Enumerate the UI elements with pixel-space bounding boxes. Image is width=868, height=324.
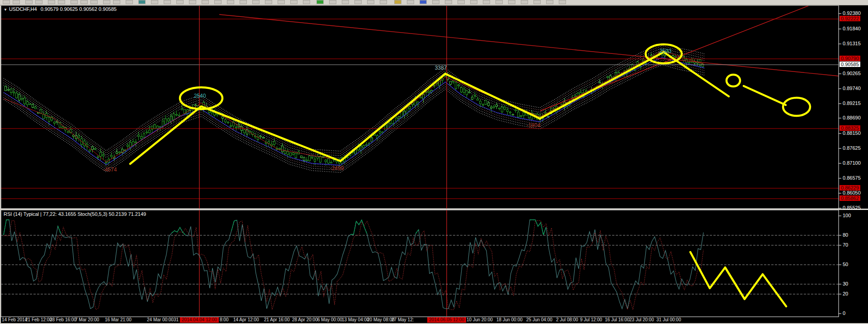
- time-axis-label: 7 Mar 20:00: [75, 317, 99, 322]
- toolbar-icon[interactable]: [3, 0, 10, 4]
- oscillator-axis-label: 20: [843, 291, 848, 296]
- toolbar-icon[interactable]: [508, 0, 515, 4]
- toolbar-icon[interactable]: [407, 0, 414, 4]
- indicator-readout: RSI (14) Typical | 77,22: 43.1655 Stoch(…: [4, 211, 146, 217]
- time-axis-label: 2 Jul 08:00: [556, 317, 578, 322]
- toolbar-icon[interactable]: [151, 0, 158, 4]
- price-axis-label: 0.86575: [843, 175, 861, 181]
- price-level-label: 0.88325: [840, 125, 860, 131]
- time-axis-label: 31 Jul 00:00: [656, 317, 681, 322]
- toolbar-icon[interactable]: [329, 0, 336, 4]
- toolbar-icon[interactable]: [189, 0, 196, 4]
- price-axis-label: 0.88150: [843, 130, 861, 136]
- toolbar-icon[interactable]: [126, 0, 133, 4]
- toolbar-icon[interactable]: [394, 0, 401, 4]
- toolbar-icon[interactable]: [240, 0, 247, 4]
- chart-canvas[interactable]: 254033872503-4574-2499-1804: [0, 0, 868, 324]
- price-axis-label: 0.89215: [843, 100, 861, 106]
- time-axis-label: 18 Jun 00:00: [496, 317, 523, 322]
- toolbar-icon[interactable]: [48, 0, 55, 4]
- toolbar-icon[interactable]: [316, 0, 324, 4]
- oscillator-axis-label: 100: [843, 213, 851, 218]
- oscillator-axis-label: 80: [843, 232, 848, 238]
- toolbar-icon[interactable]: [138, 0, 146, 4]
- toolbar-icon[interactable]: [278, 0, 285, 4]
- price-axis-label: 0.92380: [843, 10, 861, 16]
- price-axis-label: 0.90265: [843, 71, 861, 76]
- price-axis-label: 0.86050: [843, 190, 861, 195]
- toolbar-icon[interactable]: [303, 0, 310, 4]
- swing-value-label: -4574: [103, 167, 117, 173]
- time-axis-label: 6 May 00:00: [317, 317, 342, 322]
- chevron-down-icon[interactable]: ▼: [4, 8, 7, 12]
- toolbar-icon[interactable]: [420, 0, 427, 4]
- price-level-label: 0.92222: [840, 16, 860, 21]
- time-axis-label: 21 Apr 16:00: [264, 317, 290, 322]
- time-axis-label: 9 Jul 12:00: [580, 317, 602, 322]
- toolbar-icon[interactable]: [458, 0, 465, 4]
- toolbar-icon[interactable]: [380, 0, 387, 4]
- toolbar-icon[interactable]: [71, 0, 78, 4]
- time-axis-label: 31: [174, 317, 179, 322]
- time-axis-label: 21 Feb 12:00: [25, 317, 52, 322]
- symbol-timeframe-label: USDCHF,H4: [9, 6, 37, 12]
- price-axis-label: 0.87625: [843, 145, 861, 151]
- toolbar-icon[interactable]: [80, 0, 88, 4]
- toolbar-icon[interactable]: [164, 0, 171, 4]
- oscillator-axis-label: 70: [843, 242, 848, 248]
- toolbar-icon[interactable]: [521, 0, 528, 4]
- toolbar-icon[interactable]: [290, 0, 297, 4]
- time-axis-label: 28 Feb 16:00: [50, 317, 76, 322]
- toolbar-icon[interactable]: [265, 0, 272, 4]
- time-axis-label: 14 Feb 2014: [2, 317, 27, 322]
- toolbar-icon[interactable]: [483, 0, 490, 4]
- toolbar-icon[interactable]: [367, 0, 374, 4]
- toolbar-icon[interactable]: [25, 0, 33, 4]
- price-axis-label: 0.91315: [843, 41, 861, 46]
- toolbar-icon[interactable]: [113, 0, 120, 4]
- price-axis-label: 0.87100: [843, 160, 861, 166]
- toolbar-icon[interactable]: [35, 0, 42, 4]
- time-axis-label: 20 May 08:00: [367, 317, 395, 322]
- toolbar-icon[interactable]: [90, 0, 98, 4]
- toolbar-icon[interactable]: [470, 0, 477, 4]
- oscillator-axis-label: 0: [843, 310, 845, 316]
- toolbar-icon[interactable]: [342, 0, 349, 4]
- current-price-label: 0.90585: [840, 62, 860, 67]
- toolbar-icon[interactable]: [202, 0, 209, 4]
- time-axis-label: 23 Jul 20:00: [629, 317, 654, 322]
- price-axis-label: 0.89740: [843, 86, 861, 91]
- toolbar[interactable]: [0, 0, 868, 5]
- price-level-label: 0.90790: [840, 56, 860, 61]
- toolbar-icon[interactable]: [13, 0, 20, 4]
- time-axis-label: 13 May 04:00: [342, 317, 369, 322]
- price-axis-label: 0.91840: [843, 26, 861, 31]
- price-level-label: 0.86229: [840, 185, 860, 191]
- toolbar-icon[interactable]: [495, 0, 503, 4]
- toolbar-icon[interactable]: [445, 0, 452, 4]
- toolbar-icon[interactable]: [432, 0, 439, 4]
- toolbar-icon[interactable]: [559, 0, 566, 4]
- price-axis-label: 0.85525: [843, 205, 861, 210]
- time-axis-label: 27 May 12:: [392, 317, 414, 322]
- swing-value-label: -1804: [527, 122, 541, 129]
- toolbar-icon[interactable]: [176, 0, 184, 4]
- toolbar-icon[interactable]: [103, 0, 110, 4]
- crosshair-date-label: 2014.06.05 12:00: [427, 317, 466, 323]
- toolbar-icon[interactable]: [214, 0, 222, 4]
- swing-value-label: 2503: [660, 48, 672, 54]
- oscillator-axis-label: 50: [843, 262, 848, 267]
- toolbar-icon[interactable]: [546, 0, 553, 4]
- time-axis-label: 8:00: [220, 317, 228, 322]
- time-axis-label: 25 Jun 04:00: [526, 317, 552, 322]
- crosshair-date-label: 2014.04.04 12:00: [180, 317, 219, 323]
- chart-title: ▼USDCHF,H40.90579 0.90625 0.90562 0.9058…: [4, 6, 117, 12]
- toolbar-icon[interactable]: [58, 0, 65, 4]
- swing-value-label: 3387: [435, 65, 447, 71]
- time-axis-label: 14 Apr 12:00: [233, 317, 259, 322]
- toolbar-icon[interactable]: [227, 0, 234, 4]
- toolbar-icon[interactable]: [354, 0, 362, 4]
- toolbar-icon[interactable]: [533, 0, 541, 4]
- toolbar-icon[interactable]: [252, 0, 259, 4]
- time-axis-label: 10 Jun 20:00: [467, 317, 493, 322]
